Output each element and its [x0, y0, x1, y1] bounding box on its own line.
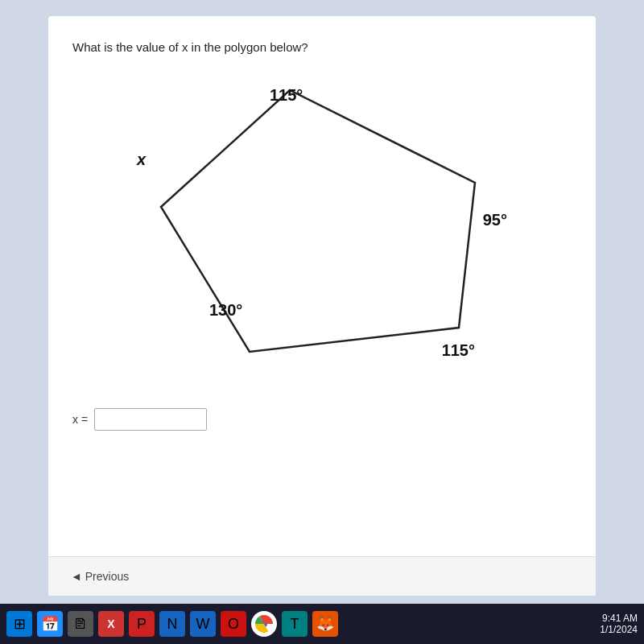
taskbar-time: 9:41 AM 1/1/2024: [600, 613, 638, 635]
answer-row: x =: [72, 408, 572, 431]
taskbar-app-4[interactable]: P: [129, 611, 155, 637]
angle-95: 95°: [483, 211, 507, 229]
previous-button[interactable]: ◄ Previous: [64, 567, 135, 586]
polygon-container: 115° x 95° 115° 130°: [113, 70, 531, 392]
x-answer-input[interactable]: [94, 408, 207, 431]
x-equals-label: x =: [72, 413, 88, 426]
angle-115-top: 115°: [270, 86, 303, 105]
taskbar-app-9[interactable]: 🦊: [312, 611, 338, 637]
clock-time: 9:41 AM: [600, 613, 638, 624]
bottom-nav: ◄ Previous: [48, 556, 596, 596]
svg-marker-0: [161, 90, 475, 352]
taskbar-app-2[interactable]: 🖹: [68, 611, 93, 637]
taskbar-app-5[interactable]: N: [159, 611, 185, 637]
taskbar-app-7[interactable]: O: [221, 611, 246, 637]
main-content: What is the value of x in the polygon be…: [48, 16, 596, 564]
taskbar-app-6[interactable]: W: [190, 611, 216, 637]
taskbar: ⊞ 📅 🖹 X P N W O T 🦊 9:41 AM 1/1/2024: [0, 604, 644, 644]
taskbar-app-3[interactable]: X: [98, 611, 124, 637]
angle-130: 130°: [209, 301, 242, 320]
taskbar-chrome[interactable]: [251, 611, 277, 637]
taskbar-app-1[interactable]: 📅: [37, 611, 63, 637]
question-text: What is the value of x in the polygon be…: [72, 40, 572, 54]
angle-x: x: [137, 151, 146, 169]
angle-115-bottom: 115°: [442, 341, 475, 360]
windows-icon[interactable]: ⊞: [6, 611, 32, 637]
clock-date: 1/1/2024: [600, 624, 638, 635]
taskbar-app-8[interactable]: T: [282, 611, 308, 637]
